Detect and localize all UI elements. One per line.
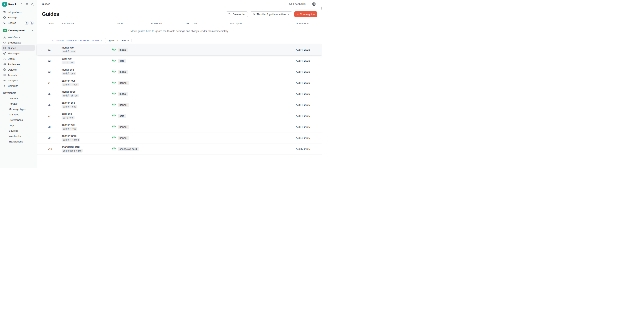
guide-name-link[interactable]: banner-four [62, 79, 75, 82]
sidebar-subitem[interactable]: API keys [6, 112, 35, 117]
guide-key-badge: modal-two [62, 50, 76, 53]
table-row[interactable]: #1 modal-two modal-two modal [37, 44, 322, 55]
type-badge: banner [118, 81, 129, 85]
sidebar-item-label: Tenants [8, 74, 17, 77]
sidebar-subitem[interactable]: Logs [6, 123, 35, 128]
ignore-throttle-dropzone[interactable]: Move guides here to ignore the throttle … [37, 27, 322, 35]
throttle-divider-link[interactable]: Guides below this row will be throttled … [56, 39, 103, 42]
table-row[interactable]: #8 banner-two banner-two banner [37, 121, 322, 133]
plus-icon: + [297, 13, 298, 16]
sidebar-item-audiences[interactable]: Audiences [2, 61, 35, 67]
sidebar-item-integrations[interactable]: Integrations [2, 9, 35, 15]
sidebar-subitem[interactable]: Layouts [6, 96, 35, 101]
sidebar-subitem[interactable]: Preferences [6, 117, 35, 123]
row-order: #1 [46, 48, 58, 51]
table-row[interactable]: #6 banner-one banner-one banner [37, 99, 322, 110]
guide-name-link[interactable]: changelog-card [62, 145, 80, 148]
sidebar-subitem[interactable]: Sources [6, 128, 35, 133]
sidebar-item-commits[interactable]: Commits [2, 83, 35, 89]
drag-handle-icon[interactable] [40, 59, 43, 63]
column-type: Type [117, 22, 151, 25]
table-row[interactable]: #7 card-one card-one card [37, 110, 322, 121]
save-order-label: Save order [232, 13, 245, 16]
audience-value: - [151, 81, 186, 84]
row-order: #10 [46, 148, 58, 151]
description-value: - [230, 48, 296, 51]
guide-name-link[interactable]: modal-two [62, 46, 74, 49]
sidebar-item-settings[interactable]: Settings [2, 15, 35, 20]
sidebar-item-tenants[interactable]: Tenants [2, 72, 35, 78]
guide-name-link[interactable]: banner-two [62, 123, 75, 126]
account-menu-button[interactable] [311, 2, 317, 6]
table-row[interactable]: #2 card-two card-two card [37, 55, 322, 66]
sidebar-item-objects[interactable]: Objects [2, 67, 35, 72]
description-value: - [230, 103, 296, 106]
drag-handle-icon[interactable] [40, 147, 43, 151]
workspace-switch-button[interactable] [20, 2, 24, 6]
drag-handle-icon[interactable] [40, 81, 43, 85]
sidebar-item-users[interactable]: Users [2, 56, 35, 61]
guide-name-link[interactable]: modal-one [62, 68, 74, 71]
table-row[interactable]: #9 banner-three banner-three banner [37, 133, 322, 144]
drag-handle-icon[interactable] [40, 125, 43, 129]
updated-at-value: Aug 5, 2025 [296, 148, 322, 151]
guide-name-link[interactable]: card-one [62, 112, 72, 115]
sidebar-item-label: Users [8, 57, 14, 60]
sidebar-item-guides[interactable]: Guides [2, 45, 35, 51]
drag-handle-icon[interactable] [40, 92, 43, 96]
sidebar-item-label: Messages [8, 52, 20, 55]
drag-handle-icon[interactable] [40, 103, 43, 107]
sidebar-item-analytics[interactable]: Analytics [2, 78, 35, 83]
create-guide-button[interactable]: + Create guide [294, 11, 317, 17]
sidebar-subitem[interactable]: Message types [6, 106, 35, 112]
megaphone-icon [3, 41, 6, 44]
user-icon [3, 57, 6, 60]
feedback-button[interactable]: Feedback? [288, 2, 307, 5]
status-check-icon [112, 136, 116, 140]
environment-switcher[interactable]: Development [2, 27, 35, 33]
table-row[interactable]: #3 modal-one modal-one modal [37, 66, 322, 77]
url-path-value: - [186, 114, 230, 117]
guide-name-link[interactable]: banner-three [62, 134, 76, 137]
git-commit-icon [3, 84, 6, 87]
sidebar-subitem[interactable]: Partials [6, 101, 35, 106]
sidebar-item-broadcasts[interactable]: Broadcasts [2, 40, 35, 45]
sidebar-item-messages[interactable]: Messages [2, 51, 35, 56]
developers-section-toggle[interactable]: Developers [2, 90, 35, 96]
sidebar-nav: Integrations Settings Search ⌘ K Develop… [0, 8, 36, 144]
sidebar-subitem[interactable]: Translations [6, 139, 35, 144]
drag-handle-icon[interactable] [40, 114, 43, 118]
audience-value: - [151, 48, 186, 51]
description-value: - [230, 125, 296, 128]
sidebar-item-label: Broadcasts [8, 41, 21, 44]
scrollbar-thumb[interactable] [321, 6, 322, 10]
up-down-chevron-icon [20, 3, 23, 6]
drag-handle-icon[interactable] [40, 136, 43, 140]
save-order-button[interactable]: Save order [226, 11, 248, 17]
search-button[interactable] [30, 2, 34, 6]
drag-handle-icon[interactable] [40, 70, 43, 74]
guide-name-link[interactable]: modal-three [62, 90, 76, 93]
page-title: Guides [42, 11, 59, 17]
audience-value: - [151, 136, 186, 139]
table-row[interactable]: #5 modal-three modal-three modal [37, 88, 322, 99]
sidebar-subitem[interactable]: Webhooks [6, 133, 35, 139]
throttle-value-dropdown[interactable]: 1 guide at a time [105, 38, 132, 43]
throttle-divider-row: Guides below this row will be throttled … [37, 37, 322, 44]
cube-icon [3, 68, 6, 71]
throttle-dropdown-button[interactable]: Throttle: 1 guide at a time [250, 11, 292, 17]
table-row[interactable]: #10 changelog-card changelog-card change… [37, 144, 322, 155]
people-icon [3, 63, 6, 66]
guide-name-link[interactable]: banner-one [62, 101, 75, 104]
sidebar-item-label: Integrations [8, 11, 22, 13]
sidebar-item-workflows[interactable]: Workflows [2, 34, 35, 40]
table-row[interactable]: #4 banner-four banner-four banner [37, 77, 322, 88]
throttle-button-label: Throttle: 1 guide at a time [256, 13, 286, 16]
environment-icon [3, 29, 7, 32]
chevron-down-icon [288, 13, 290, 15]
drag-handle-icon[interactable] [40, 48, 43, 52]
sidebar-item-label: Search [8, 21, 16, 24]
guide-name-link[interactable]: card-two [62, 57, 72, 60]
notifications-button[interactable] [25, 2, 29, 6]
sidebar-item-search[interactable]: Search ⌘ K [2, 20, 35, 25]
